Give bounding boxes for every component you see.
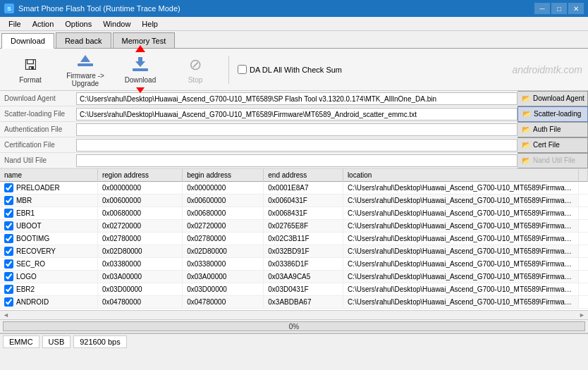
cell-end: 0x03D0431F bbox=[264, 283, 343, 296]
minimize-button[interactable]: ─ bbox=[534, 3, 550, 14]
scatter-loading-input[interactable]: C:\Users\rahul\Desktop\Huawai_Ascend_G70… bbox=[76, 108, 517, 121]
progress-section: 0% bbox=[0, 320, 588, 333]
row-checkbox-4[interactable] bbox=[4, 234, 13, 243]
download-agent-button[interactable]: 📂 Download Agent bbox=[517, 91, 588, 106]
cell-location: C:\Users\rahul\Desktop\Huawai_Ascend_G70… bbox=[343, 245, 578, 258]
cell-location: C:\Users\rahul\Desktop\Huawai_Ascend_G70… bbox=[343, 182, 578, 195]
cert-file-button[interactable]: 📂 Cert File bbox=[517, 137, 588, 153]
menu-action[interactable]: Action bbox=[27, 17, 60, 30]
row-checkbox-3[interactable] bbox=[4, 221, 13, 230]
cell-location: C:\Users\rahul\Desktop\Huawai_Ascend_G70… bbox=[343, 220, 578, 233]
tab-download[interactable]: Download bbox=[1, 33, 54, 49]
table-header-row: name region address begin address end ad… bbox=[0, 169, 588, 182]
title-bar-controls: ─ □ ✕ bbox=[534, 3, 584, 14]
scatter-loading-row: Scatter-loading File C:\Users\rahul\Desk… bbox=[0, 106, 588, 122]
toolbar: 🖫 Format Firmware -> Upgrade Download ⊘ … bbox=[0, 49, 588, 91]
row-checkbox-0[interactable] bbox=[4, 183, 13, 192]
format-button[interactable]: 🖫 Format bbox=[6, 52, 55, 87]
nand-util-input[interactable] bbox=[76, 154, 517, 167]
col-region: region address bbox=[97, 169, 182, 182]
stop-button[interactable]: ⊘ Stop bbox=[171, 52, 220, 87]
cell-name: EBR1 bbox=[0, 207, 97, 220]
status-emmc: EMMC bbox=[3, 335, 39, 348]
progress-text: 0% bbox=[4, 322, 584, 332]
cell-location: C:\Users\rahul\Desktop\Huawai_Ascend_G70… bbox=[343, 207, 578, 220]
tab-readback[interactable]: Read back bbox=[56, 32, 111, 48]
cert-file-input[interactable] bbox=[76, 139, 517, 152]
cell-begin: 0x00680000 bbox=[183, 207, 264, 220]
nand-util-button[interactable]: 📂 Nand Util File bbox=[517, 153, 588, 168]
menu-bar: File Action Options Window Help bbox=[0, 17, 588, 31]
row-checkbox-1[interactable] bbox=[4, 196, 13, 205]
title-bar-left: S Smart Phone Flash Tool (Runtime Trace … bbox=[4, 4, 180, 13]
row-checkbox-7[interactable] bbox=[4, 272, 13, 281]
format-label: Format bbox=[19, 76, 42, 84]
menu-window[interactable]: Window bbox=[97, 17, 136, 30]
table-row: UBOOT 0x02720000 0x02720000 0x02765E8F C… bbox=[0, 220, 588, 233]
cell-region: 0x00600000 bbox=[97, 195, 182, 207]
col-end: end address bbox=[264, 169, 343, 182]
col-name: name bbox=[0, 169, 97, 182]
da-checkbox-input[interactable] bbox=[238, 65, 247, 74]
maximize-button[interactable]: □ bbox=[551, 3, 567, 14]
row-checkbox-6[interactable] bbox=[4, 259, 13, 269]
firmware-upgrade-button[interactable]: Firmware -> Upgrade bbox=[61, 52, 110, 87]
table-row: ANDROID 0x04780000 0x04780000 0x3ABDBA67… bbox=[0, 296, 588, 309]
menu-help[interactable]: Help bbox=[136, 17, 164, 30]
row-checkbox-8[interactable] bbox=[4, 285, 13, 294]
firmware-table-container[interactable]: name region address begin address end ad… bbox=[0, 169, 588, 310]
auth-file-input[interactable] bbox=[76, 123, 517, 136]
cell-begin: 0x04780000 bbox=[183, 296, 264, 309]
cell-begin: 0x03380000 bbox=[183, 258, 264, 271]
svg-rect-4 bbox=[138, 57, 142, 64]
cell-begin: 0x00000000 bbox=[183, 182, 264, 195]
cell-name: SEC_RO bbox=[0, 258, 97, 271]
table-row: EBR1 0x00680000 0x00680000 0x0068431F C:… bbox=[0, 207, 588, 220]
cell-name: UBOOT bbox=[0, 220, 97, 233]
close-button[interactable]: ✕ bbox=[568, 3, 584, 14]
row-checkbox-2[interactable] bbox=[4, 209, 13, 218]
cert-file-label: Certification File bbox=[0, 141, 76, 149]
download-button[interactable]: Download bbox=[116, 52, 165, 87]
cell-region: 0x02D80000 bbox=[97, 245, 182, 258]
firmware-label: Firmware -> Upgrade bbox=[61, 72, 110, 87]
toolbar-separator bbox=[228, 56, 229, 84]
table-row: LOGO 0x03A00000 0x03A00000 0x03AA9CA5 C:… bbox=[0, 271, 588, 283]
cell-end: 0x0001E8A7 bbox=[264, 182, 343, 195]
stop-label: Stop bbox=[188, 76, 203, 84]
file-section: Download Agent C:\Users\rahul\Desktop\Hu… bbox=[0, 91, 588, 169]
window-title: Smart Phone Flash Tool (Runtime Trace Mo… bbox=[18, 4, 180, 13]
cell-name: PRELOADER bbox=[0, 182, 97, 195]
cell-name: LOGO bbox=[0, 271, 97, 283]
da-checkbox-container[interactable]: DA DL All With Check Sum bbox=[238, 65, 342, 74]
table-row: MBR 0x00600000 0x00600000 0x0060431F C:\… bbox=[0, 195, 588, 207]
cell-end: 0x032BD91F bbox=[264, 245, 343, 258]
menu-options[interactable]: Options bbox=[59, 17, 97, 30]
download-icon bbox=[130, 55, 150, 75]
row-checkbox-5[interactable] bbox=[4, 247, 13, 256]
scatter-loading-button[interactable]: 📂 Scatter-loading bbox=[517, 106, 588, 122]
auth-file-button[interactable]: 📂 Auth File bbox=[517, 122, 588, 137]
cell-region: 0x03A00000 bbox=[97, 271, 182, 283]
svg-rect-2 bbox=[133, 68, 148, 71]
cell-region: 0x00680000 bbox=[97, 207, 182, 220]
cell-end: 0x03386D1F bbox=[264, 258, 343, 271]
tab-bar: Download Read back Memory Test bbox=[0, 31, 588, 49]
cell-begin: 0x02D80000 bbox=[183, 245, 264, 258]
cell-end: 0x03AA9CA5 bbox=[264, 271, 343, 283]
bottom-status-bar: EMMC USB 921600 bps bbox=[0, 333, 588, 349]
col-location: location bbox=[343, 169, 578, 182]
da-checkbox-label: DA DL All With Check Sum bbox=[250, 66, 342, 74]
status-bps: 921600 bps bbox=[73, 335, 127, 348]
cell-begin: 0x00600000 bbox=[183, 195, 264, 207]
download-agent-input[interactable]: C:\Users\rahul\Desktop\Huawai_Ascend_G70… bbox=[76, 92, 517, 105]
cell-name: ANDROID bbox=[0, 296, 97, 309]
cell-end: 0x02765E8F bbox=[264, 220, 343, 233]
download-agent-row: Download Agent C:\Users\rahul\Desktop\Hu… bbox=[0, 91, 588, 106]
menu-file[interactable]: File bbox=[3, 17, 27, 30]
horizontal-scrollbar[interactable]: ◄ ► bbox=[0, 310, 588, 320]
cell-name: RECOVERY bbox=[0, 245, 97, 258]
table-row: EBR2 0x03D00000 0x03D00000 0x03D0431F C:… bbox=[0, 283, 588, 296]
cell-location: C:\Users\rahul\Desktop\Huawai_Ascend_G70… bbox=[343, 195, 578, 207]
row-checkbox-9[interactable] bbox=[4, 297, 13, 307]
